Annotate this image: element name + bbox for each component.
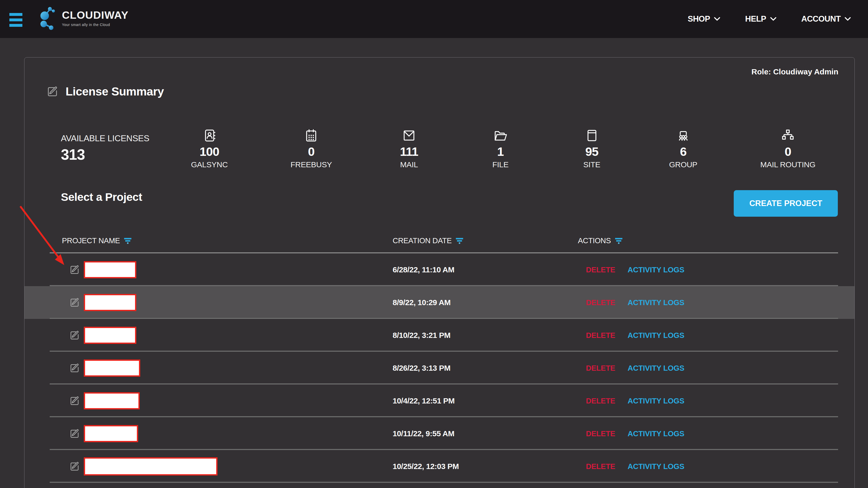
stat-value: 0 xyxy=(308,145,315,158)
select-project-heading: Select a Project xyxy=(61,191,142,203)
delete-link[interactable]: DELETE xyxy=(586,429,615,438)
column-header-project-name[interactable]: PROJECT NAME xyxy=(62,236,131,245)
nav-item-help[interactable]: HELP xyxy=(745,14,776,24)
table-row[interactable]: 10/4/22, 12:51 PM DELETE ACTIVITY LOGS xyxy=(25,385,855,417)
creation-date: 8/10/22, 3:21 PM xyxy=(393,331,451,340)
stat-mail-routing: 0 MAIL ROUTING xyxy=(760,128,815,169)
stat-label: FILE xyxy=(492,160,508,169)
stat-value: 1 xyxy=(497,145,504,158)
top-header: CLOUDIWAY Your smart ally in the Cloud S… xyxy=(0,0,868,38)
activity-logs-link[interactable]: ACTIVITY LOGS xyxy=(628,397,684,405)
edit-project-icon[interactable] xyxy=(69,460,81,473)
edit-project-icon[interactable] xyxy=(69,329,81,341)
stat-value: 0 xyxy=(784,145,791,158)
project-name-redacted xyxy=(84,425,138,442)
activity-logs-link[interactable]: ACTIVITY LOGS xyxy=(628,298,684,307)
edit-project-icon[interactable] xyxy=(69,264,81,276)
project-name-redacted xyxy=(84,392,140,410)
creation-date: 10/25/22, 12:03 PM xyxy=(393,462,459,471)
stat-label: SITE xyxy=(583,160,600,169)
column-label: CREATION DATE xyxy=(393,236,452,245)
create-project-button[interactable]: CREATE PROJECT xyxy=(734,190,838,217)
project-table-body: 6/28/22, 11:10 AM DELETE ACTIVITY LOGS 8… xyxy=(25,253,855,483)
top-nav: SHOP HELP ACCOUNT xyxy=(688,0,851,38)
stat-label: MAIL xyxy=(400,160,418,169)
delete-link[interactable]: DELETE xyxy=(586,298,615,307)
edit-project-icon[interactable] xyxy=(69,297,81,308)
page-title: License Summary xyxy=(66,85,164,98)
stat-site: 95 SITE xyxy=(578,128,606,169)
edit-project-icon[interactable] xyxy=(69,428,81,440)
nav-help-label: HELP xyxy=(745,14,766,24)
chevron-down-icon xyxy=(714,17,720,21)
brand-name: CLOUDIWAY xyxy=(62,10,128,21)
role-badge: Role: Cloudiway Admin xyxy=(751,67,838,76)
project-name-redacted xyxy=(84,327,136,344)
edit-project-icon[interactable] xyxy=(69,362,81,374)
project-name-redacted xyxy=(84,261,136,278)
address-book-icon xyxy=(202,128,217,143)
table-row[interactable]: 8/9/22, 10:29 AM DELETE ACTIVITY LOGS xyxy=(25,286,855,319)
filter-icon[interactable] xyxy=(124,238,131,244)
stat-value: 111 xyxy=(400,145,418,158)
table-row[interactable]: 6/28/22, 11:10 AM DELETE ACTIVITY LOGS xyxy=(25,253,855,286)
cloudiway-logo-icon xyxy=(36,5,61,31)
stat-value: 6 xyxy=(680,145,686,158)
available-licenses: AVAILABLE LICENSES 313 xyxy=(61,133,149,163)
brand-logo[interactable]: CLOUDIWAY Your smart ally in the Cloud xyxy=(36,5,128,31)
open-folder-icon xyxy=(493,128,508,143)
filter-icon[interactable] xyxy=(456,238,463,244)
delete-link[interactable]: DELETE xyxy=(586,364,615,372)
column-label: ACTIONS xyxy=(578,236,611,245)
activity-logs-link[interactable]: ACTIVITY LOGS xyxy=(628,462,684,471)
activity-logs-link[interactable]: ACTIVITY LOGS xyxy=(628,429,684,438)
column-header-actions[interactable]: ACTIONS xyxy=(578,236,622,245)
delete-link[interactable]: DELETE xyxy=(586,331,615,340)
hamburger-icon[interactable] xyxy=(9,13,22,27)
activity-logs-link[interactable]: ACTIVITY LOGS xyxy=(628,331,684,340)
column-label: PROJECT NAME xyxy=(62,236,120,245)
chevron-down-icon xyxy=(770,17,776,21)
stat-freebusy: 0 FREEBUSY xyxy=(291,128,332,169)
stat-label: MAIL ROUTING xyxy=(760,160,815,169)
page-title-row: License Summary xyxy=(46,85,164,98)
stat-mail: 111 MAIL xyxy=(395,128,423,169)
table-row[interactable]: 10/25/22, 12:03 PM DELETE ACTIVITY LOGS xyxy=(25,450,855,483)
stat-file: 1 FILE xyxy=(486,128,515,169)
creation-date: 8/9/22, 10:29 AM xyxy=(393,298,451,307)
nav-shop-label: SHOP xyxy=(688,14,710,24)
creation-date: 10/4/22, 12:51 PM xyxy=(393,396,455,405)
activity-logs-link[interactable]: ACTIVITY LOGS xyxy=(628,266,684,274)
envelope-icon xyxy=(402,128,416,143)
project-table-header: PROJECT NAME CREATION DATE ACTIONS xyxy=(25,236,855,253)
browser-window-icon xyxy=(585,128,599,143)
delete-link[interactable]: DELETE xyxy=(586,266,615,274)
table-row[interactable]: 8/26/22, 3:13 PM DELETE ACTIVITY LOGS xyxy=(25,352,855,385)
stat-value: 100 xyxy=(199,145,219,158)
activity-logs-link[interactable]: ACTIVITY LOGS xyxy=(628,364,684,372)
table-row[interactable]: 8/10/22, 3:21 PM DELETE ACTIVITY LOGS xyxy=(25,319,855,352)
delete-link[interactable]: DELETE xyxy=(586,397,615,405)
nav-item-shop[interactable]: SHOP xyxy=(688,14,720,24)
edit-project-icon[interactable] xyxy=(69,395,81,407)
license-stats-row: 100 GALSYNC 0 FREEBUSY xyxy=(191,128,815,169)
stat-group: 6 GROUP xyxy=(669,128,698,169)
nav-account-label: ACCOUNT xyxy=(801,14,841,24)
available-licenses-label: AVAILABLE LICENSES xyxy=(61,133,149,143)
stat-label: GALSYNC xyxy=(191,160,228,169)
project-name-redacted xyxy=(84,457,218,476)
table-row[interactable]: 10/11/22, 9:55 AM DELETE ACTIVITY LOGS xyxy=(25,417,855,450)
delete-link[interactable]: DELETE xyxy=(586,462,615,471)
edit-icon xyxy=(46,85,59,98)
filter-icon[interactable] xyxy=(615,238,622,244)
creation-date: 10/11/22, 9:55 AM xyxy=(393,429,454,438)
brand-tagline: Your smart ally in the Cloud xyxy=(62,23,128,27)
creation-date: 8/26/22, 3:13 PM xyxy=(393,364,451,372)
nav-item-account[interactable]: ACCOUNT xyxy=(801,14,851,24)
chevron-down-icon xyxy=(845,17,851,21)
available-licenses-value: 313 xyxy=(61,146,149,163)
project-name-redacted xyxy=(84,294,136,311)
stat-label: FREEBUSY xyxy=(291,160,332,169)
column-header-creation-date[interactable]: CREATION DATE xyxy=(393,236,463,245)
creation-date: 6/28/22, 11:10 AM xyxy=(393,265,454,274)
